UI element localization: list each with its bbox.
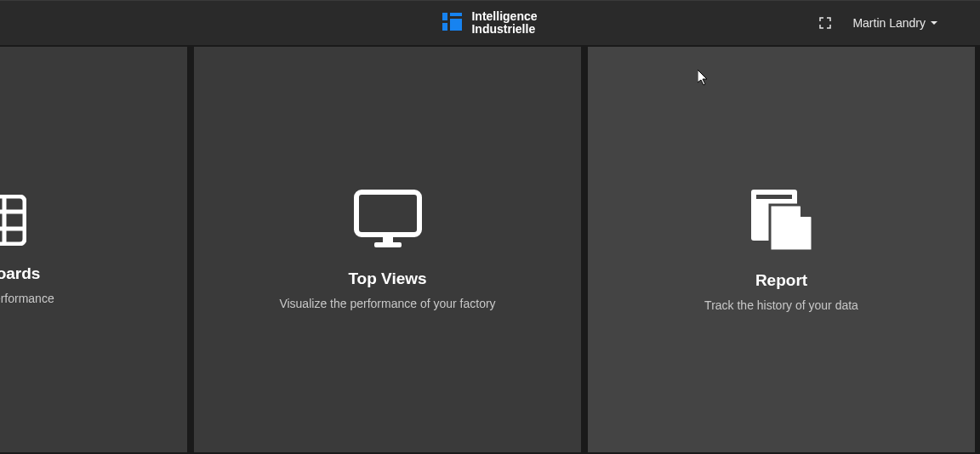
brand-line1: Intelligence — [471, 10, 537, 23]
card-report[interactable]: Report Track the history of your data — [588, 47, 975, 452]
cards-row: Dashboards Real-time performance Top Vie… — [0, 47, 980, 452]
dashboard-icon — [0, 195, 26, 249]
brand-text: Intelligence Industrielle — [471, 10, 537, 37]
svg-rect-10 — [383, 235, 393, 243]
app-header: Intelligence Industrielle Martin Landry — [0, 1, 980, 47]
svg-rect-9 — [356, 192, 419, 235]
card-dashboards[interactable]: Dashboards Real-time performance — [0, 47, 187, 452]
svg-rect-1 — [450, 13, 462, 16]
card-subtitle: Track the history of your data — [704, 298, 858, 312]
monitor-icon — [354, 190, 422, 254]
card-top-views[interactable]: Top Views Visualize the performance of y… — [194, 47, 581, 452]
brand-line2: Industrielle — [471, 23, 537, 36]
logo-mark-icon — [442, 11, 463, 35]
svg-rect-11 — [374, 242, 402, 247]
svg-rect-0 — [442, 13, 447, 20]
chevron-down-icon — [931, 21, 937, 25]
user-name: Martin Landry — [852, 16, 926, 30]
header-right: Martin Landry — [818, 16, 937, 30]
report-icon — [749, 188, 814, 256]
card-title: Report — [755, 271, 807, 290]
svg-rect-13 — [756, 195, 792, 199]
svg-rect-3 — [450, 19, 462, 31]
fullscreen-button[interactable] — [818, 16, 832, 30]
card-title: Top Views — [348, 270, 426, 288]
card-subtitle: Real-time performance — [0, 292, 54, 305]
svg-rect-2 — [442, 23, 447, 31]
card-subtitle: Visualize the performance of your factor… — [279, 297, 495, 310]
brand-logo[interactable]: Intelligence Industrielle — [442, 10, 537, 37]
fullscreen-icon — [819, 17, 831, 29]
card-title: Dashboards — [0, 264, 40, 283]
user-menu[interactable]: Martin Landry — [852, 16, 937, 30]
